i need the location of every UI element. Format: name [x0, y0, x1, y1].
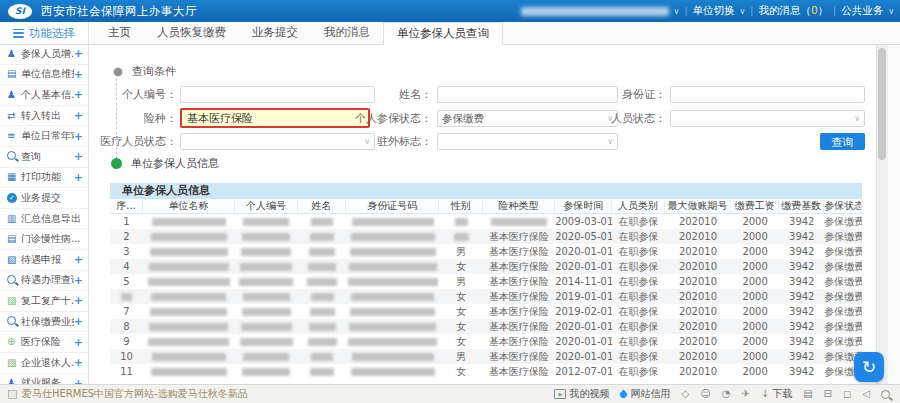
id-card-input[interactable]	[670, 86, 865, 103]
sidebar-item-待遇办理查询[interactable]: 待遇办理查询+	[0, 271, 88, 292]
cell-seq: 8	[110, 319, 143, 334]
cell-unit-name	[143, 229, 235, 244]
cell-max-period: 202010	[665, 274, 731, 289]
cell-gender	[439, 229, 483, 244]
cell-insurance-type: 基本医疗保险	[483, 364, 555, 379]
divider: |	[684, 6, 687, 16]
expand-plus-icon[interactable]: +	[74, 47, 83, 60]
site-credit-button[interactable]: 网站信用	[620, 387, 670, 401]
cell-gender	[439, 214, 483, 229]
status-link[interactable]: 爱马仕HERMES中国官方网站-选购爱马仕秋冬新品	[8, 387, 248, 401]
sidebar-item-企业退休人[interactable]: ▨企业退休人...+	[0, 353, 88, 374]
sidebar-item-转入转出[interactable]: ⇄转入转出+	[0, 106, 88, 127]
cell-base: 3942	[779, 214, 824, 229]
sidebar-item-单位信息维护[interactable]: ▤单位信息维护+	[0, 65, 88, 86]
expand-plus-icon[interactable]: +	[74, 274, 83, 287]
expand-plus-icon[interactable]: +	[74, 253, 83, 266]
benefit-declare-icon: ▧	[7, 255, 21, 265]
sidebar-item-业务提交[interactable]: ✓业务提交	[0, 188, 88, 209]
query-conditions-section: 查询条件	[113, 64, 176, 79]
vertical-scrollbar[interactable]	[876, 44, 888, 385]
sidebar-item-个人基本信[interactable]: ♟个人基本信...+	[0, 85, 88, 106]
redacted-value	[121, 293, 132, 301]
public-business-menu[interactable]: 公共业务	[841, 4, 883, 18]
my-messages-menu[interactable]: 我的消息（0）	[758, 4, 828, 18]
tab-主页[interactable]: 主页	[95, 22, 144, 44]
section-bullet-green-icon	[111, 158, 122, 169]
table-row[interactable]: 9女基本医疗保险2020-01-01在职参保20201020003942参保缴费	[110, 334, 862, 349]
expand-plus-icon[interactable]: +	[74, 68, 83, 81]
unit-switch-menu[interactable]: 单位切换	[693, 4, 735, 18]
table-row[interactable]: 5男基本医疗保险2014-11-01在职参保20201020003942参保缴费	[110, 274, 862, 289]
table-row[interactable]: 7女基本医疗保险2019-02-01在职参保20201020003942参保缴费	[110, 304, 862, 319]
person-state-select[interactable]: ∨	[670, 110, 865, 127]
table-row[interactable]: 10男基本医疗保险2020-01-01在职参保20201020003942参保缴…	[110, 349, 862, 364]
rocket-icon[interactable]: ✈	[741, 389, 749, 399]
my-video-button[interactable]: ▶ 我的视频	[554, 387, 609, 401]
scrollbar-thumb[interactable]	[878, 48, 886, 160]
window-icon[interactable]: ◻	[843, 389, 851, 399]
expand-plus-icon[interactable]: +	[74, 356, 83, 369]
sidebar-item-复工复产十[interactable]: ▨复工复产十...+	[0, 291, 88, 312]
function-select-toggle[interactable]: 功能选择	[0, 22, 89, 44]
expand-plus-icon[interactable]: +	[74, 315, 83, 328]
sidebar-item-医疗保险[interactable]: ⊕医疗保险+	[0, 332, 88, 353]
table-row[interactable]: 2基本医疗保险2020-05-01在职参保20201020003942参保缴费	[110, 229, 862, 244]
sidebar-item-查询[interactable]: 查询+	[0, 147, 88, 168]
expand-plus-icon[interactable]: +	[74, 150, 83, 163]
smiley-icon[interactable]: ☺	[700, 389, 710, 399]
table-row[interactable]: 11女基本医疗保险2012-07-01在职参保20201020003942参保缴…	[110, 364, 862, 379]
tab-单位参保人员查询[interactable]: 单位参保人员查询	[383, 22, 503, 45]
abroad-flag-select[interactable]: ∨	[437, 133, 618, 150]
expand-plus-icon[interactable]: +	[74, 336, 83, 349]
cell-insurance-type: 基本医疗保险	[483, 319, 555, 334]
printer-icon[interactable]: ▤	[803, 389, 812, 399]
expand-plus-icon[interactable]: +	[74, 88, 83, 101]
cell-unit-name	[143, 244, 235, 259]
cell-personal-no	[235, 334, 298, 349]
table-row[interactable]: 8女基本医疗保险2020-01-01在职参保20201020003942参保缴费	[110, 319, 862, 334]
expand-plus-icon[interactable]: +	[74, 130, 83, 143]
table-row[interactable]: 12009-03-01在职参保20201020003942参保缴费	[110, 214, 862, 229]
sidebar-item-单位日常年审[interactable]: ≡单位日常年审+	[0, 126, 88, 147]
expand-plus-icon[interactable]: +	[74, 109, 83, 122]
redacted-value	[240, 263, 292, 271]
cell-join-date: 2020-01-01	[555, 319, 612, 334]
sidebar-item-门诊慢性病[interactable]: ▤门诊慢性病...	[0, 229, 88, 250]
cell-status: 参保缴费	[824, 334, 862, 349]
refresh-button[interactable]: ↻	[854, 352, 884, 382]
cell-wage: 2000	[731, 304, 779, 319]
shield-icon[interactable]: ◇	[681, 389, 689, 399]
table-row[interactable]: 女基本医疗保险2019-01-01在职参保20201020003942参保缴费	[110, 289, 862, 304]
sidebar-item-打印功能[interactable]: ▦打印功能+	[0, 168, 88, 189]
table-row[interactable]: 3男基本医疗保险2020-01-01在职参保20201020003942参保缴费	[110, 244, 862, 259]
query-button[interactable]: 查询	[820, 133, 865, 150]
clock-icon[interactable]: ◔	[722, 389, 731, 399]
tab-业务提交[interactable]: 业务提交	[239, 22, 311, 44]
sidebar-item-待遇申报[interactable]: ▧待遇申报+	[0, 250, 88, 271]
redacted-value	[152, 353, 226, 361]
table-row[interactable]: 4女基本医疗保险2020-01-01在职参保20201020003942参保缴费	[110, 259, 862, 274]
copy-icon[interactable]: ⊟	[824, 389, 832, 399]
expand-plus-icon[interactable]: +	[74, 171, 83, 184]
cell-status: 参保缴费	[824, 244, 862, 259]
chevron-down-icon[interactable]: ∨	[674, 7, 680, 16]
search-icon[interactable]	[881, 390, 890, 399]
cell-unit-name	[143, 319, 235, 334]
cell-gender: 女	[439, 289, 483, 304]
tab-我的消息[interactable]: 我的消息	[311, 22, 383, 44]
sidebar-item-参保人员增[interactable]: ♟参保人员增...+	[0, 44, 88, 65]
cell-max-period: 202010	[665, 259, 731, 274]
sidebar-item-label: 待遇办理查询	[21, 273, 74, 287]
chevron-down-icon[interactable]: ∨	[740, 7, 746, 16]
sidebar-item-社保缴费业务[interactable]: 社保缴费业务+	[0, 312, 88, 333]
cell-gender: 女	[439, 319, 483, 334]
speaker-icon[interactable]: ◁	[862, 389, 870, 399]
chevron-down-icon[interactable]: ∨	[888, 7, 894, 16]
sidebar-item-汇总信息导出[interactable]: ▥汇总信息导出	[0, 209, 88, 230]
person-add-icon: ♟	[7, 49, 21, 59]
expand-plus-icon[interactable]: +	[74, 294, 83, 307]
redacted-value	[311, 218, 333, 226]
tab-人员恢复缴费[interactable]: 人员恢复缴费	[144, 22, 239, 44]
download-button[interactable]: ↓ 下载	[761, 387, 792, 401]
